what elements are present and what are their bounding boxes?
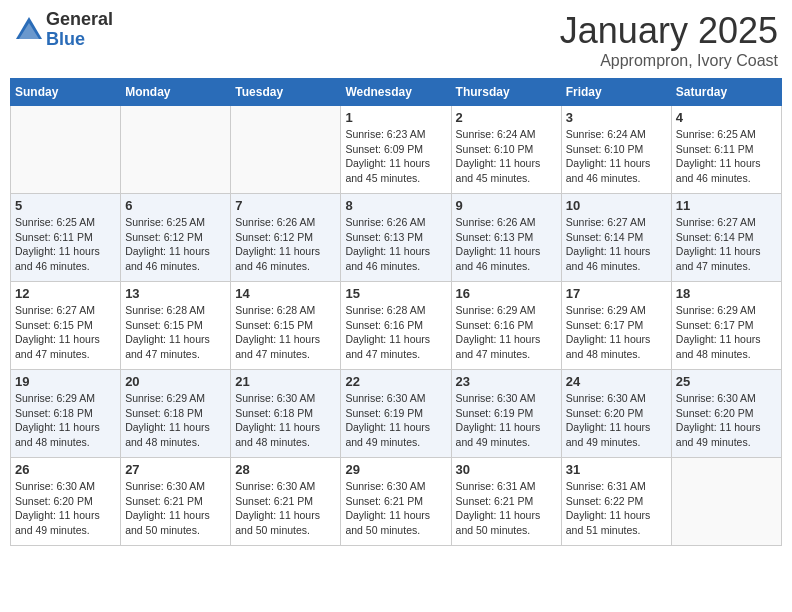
day-number: 4 xyxy=(676,110,777,125)
day-info: Sunrise: 6:31 AM Sunset: 6:21 PM Dayligh… xyxy=(456,479,557,538)
calendar-cell: 21Sunrise: 6:30 AM Sunset: 6:18 PM Dayli… xyxy=(231,370,341,458)
calendar-cell: 6Sunrise: 6:25 AM Sunset: 6:12 PM Daylig… xyxy=(121,194,231,282)
calendar-cell: 30Sunrise: 6:31 AM Sunset: 6:21 PM Dayli… xyxy=(451,458,561,546)
logo-text: General Blue xyxy=(46,10,113,50)
calendar-cell: 9Sunrise: 6:26 AM Sunset: 6:13 PM Daylig… xyxy=(451,194,561,282)
day-number: 29 xyxy=(345,462,446,477)
day-number: 17 xyxy=(566,286,667,301)
day-info: Sunrise: 6:28 AM Sunset: 6:16 PM Dayligh… xyxy=(345,303,446,362)
day-number: 1 xyxy=(345,110,446,125)
day-number: 22 xyxy=(345,374,446,389)
logo-general: General xyxy=(46,10,113,30)
day-info: Sunrise: 6:26 AM Sunset: 6:13 PM Dayligh… xyxy=(456,215,557,274)
day-number: 16 xyxy=(456,286,557,301)
day-number: 6 xyxy=(125,198,226,213)
calendar-cell: 29Sunrise: 6:30 AM Sunset: 6:21 PM Dayli… xyxy=(341,458,451,546)
calendar-cell: 18Sunrise: 6:29 AM Sunset: 6:17 PM Dayli… xyxy=(671,282,781,370)
day-info: Sunrise: 6:30 AM Sunset: 6:19 PM Dayligh… xyxy=(456,391,557,450)
day-number: 30 xyxy=(456,462,557,477)
calendar-cell: 19Sunrise: 6:29 AM Sunset: 6:18 PM Dayli… xyxy=(11,370,121,458)
day-info: Sunrise: 6:27 AM Sunset: 6:15 PM Dayligh… xyxy=(15,303,116,362)
calendar-table: SundayMondayTuesdayWednesdayThursdayFrid… xyxy=(10,78,782,546)
day-number: 27 xyxy=(125,462,226,477)
day-number: 9 xyxy=(456,198,557,213)
calendar-cell: 25Sunrise: 6:30 AM Sunset: 6:20 PM Dayli… xyxy=(671,370,781,458)
week-row-5: 26Sunrise: 6:30 AM Sunset: 6:20 PM Dayli… xyxy=(11,458,782,546)
day-info: Sunrise: 6:26 AM Sunset: 6:12 PM Dayligh… xyxy=(235,215,336,274)
day-number: 8 xyxy=(345,198,446,213)
calendar-cell: 14Sunrise: 6:28 AM Sunset: 6:15 PM Dayli… xyxy=(231,282,341,370)
calendar-cell: 17Sunrise: 6:29 AM Sunset: 6:17 PM Dayli… xyxy=(561,282,671,370)
day-number: 20 xyxy=(125,374,226,389)
header-tuesday: Tuesday xyxy=(231,79,341,106)
calendar-header-row: SundayMondayTuesdayWednesdayThursdayFrid… xyxy=(11,79,782,106)
header-wednesday: Wednesday xyxy=(341,79,451,106)
day-info: Sunrise: 6:29 AM Sunset: 6:16 PM Dayligh… xyxy=(456,303,557,362)
day-number: 14 xyxy=(235,286,336,301)
day-number: 18 xyxy=(676,286,777,301)
calendar-cell: 26Sunrise: 6:30 AM Sunset: 6:20 PM Dayli… xyxy=(11,458,121,546)
calendar-cell: 7Sunrise: 6:26 AM Sunset: 6:12 PM Daylig… xyxy=(231,194,341,282)
week-row-3: 12Sunrise: 6:27 AM Sunset: 6:15 PM Dayli… xyxy=(11,282,782,370)
day-number: 7 xyxy=(235,198,336,213)
calendar-cell: 23Sunrise: 6:30 AM Sunset: 6:19 PM Dayli… xyxy=(451,370,561,458)
day-number: 24 xyxy=(566,374,667,389)
logo: General Blue xyxy=(14,10,113,50)
week-row-1: 1Sunrise: 6:23 AM Sunset: 6:09 PM Daylig… xyxy=(11,106,782,194)
day-info: Sunrise: 6:23 AM Sunset: 6:09 PM Dayligh… xyxy=(345,127,446,186)
day-info: Sunrise: 6:24 AM Sunset: 6:10 PM Dayligh… xyxy=(566,127,667,186)
day-number: 23 xyxy=(456,374,557,389)
day-info: Sunrise: 6:29 AM Sunset: 6:18 PM Dayligh… xyxy=(125,391,226,450)
day-info: Sunrise: 6:30 AM Sunset: 6:18 PM Dayligh… xyxy=(235,391,336,450)
day-info: Sunrise: 6:30 AM Sunset: 6:19 PM Dayligh… xyxy=(345,391,446,450)
calendar-cell: 8Sunrise: 6:26 AM Sunset: 6:13 PM Daylig… xyxy=(341,194,451,282)
header-friday: Friday xyxy=(561,79,671,106)
day-number: 21 xyxy=(235,374,336,389)
calendar-cell: 10Sunrise: 6:27 AM Sunset: 6:14 PM Dayli… xyxy=(561,194,671,282)
day-info: Sunrise: 6:24 AM Sunset: 6:10 PM Dayligh… xyxy=(456,127,557,186)
week-row-2: 5Sunrise: 6:25 AM Sunset: 6:11 PM Daylig… xyxy=(11,194,782,282)
calendar-cell: 16Sunrise: 6:29 AM Sunset: 6:16 PM Dayli… xyxy=(451,282,561,370)
day-info: Sunrise: 6:29 AM Sunset: 6:18 PM Dayligh… xyxy=(15,391,116,450)
location-subtitle: Apprompron, Ivory Coast xyxy=(560,52,778,70)
calendar-cell xyxy=(671,458,781,546)
header-saturday: Saturday xyxy=(671,79,781,106)
day-info: Sunrise: 6:29 AM Sunset: 6:17 PM Dayligh… xyxy=(566,303,667,362)
header-thursday: Thursday xyxy=(451,79,561,106)
day-number: 15 xyxy=(345,286,446,301)
calendar-cell: 13Sunrise: 6:28 AM Sunset: 6:15 PM Dayli… xyxy=(121,282,231,370)
calendar-cell: 1Sunrise: 6:23 AM Sunset: 6:09 PM Daylig… xyxy=(341,106,451,194)
day-info: Sunrise: 6:30 AM Sunset: 6:21 PM Dayligh… xyxy=(125,479,226,538)
calendar-cell: 24Sunrise: 6:30 AM Sunset: 6:20 PM Dayli… xyxy=(561,370,671,458)
day-info: Sunrise: 6:25 AM Sunset: 6:12 PM Dayligh… xyxy=(125,215,226,274)
day-info: Sunrise: 6:29 AM Sunset: 6:17 PM Dayligh… xyxy=(676,303,777,362)
day-info: Sunrise: 6:28 AM Sunset: 6:15 PM Dayligh… xyxy=(235,303,336,362)
calendar-cell: 5Sunrise: 6:25 AM Sunset: 6:11 PM Daylig… xyxy=(11,194,121,282)
day-number: 26 xyxy=(15,462,116,477)
calendar-cell xyxy=(121,106,231,194)
day-info: Sunrise: 6:25 AM Sunset: 6:11 PM Dayligh… xyxy=(15,215,116,274)
calendar-cell: 28Sunrise: 6:30 AM Sunset: 6:21 PM Dayli… xyxy=(231,458,341,546)
week-row-4: 19Sunrise: 6:29 AM Sunset: 6:18 PM Dayli… xyxy=(11,370,782,458)
day-number: 10 xyxy=(566,198,667,213)
day-number: 25 xyxy=(676,374,777,389)
day-info: Sunrise: 6:30 AM Sunset: 6:20 PM Dayligh… xyxy=(676,391,777,450)
day-number: 12 xyxy=(15,286,116,301)
calendar-cell: 3Sunrise: 6:24 AM Sunset: 6:10 PM Daylig… xyxy=(561,106,671,194)
calendar-cell: 12Sunrise: 6:27 AM Sunset: 6:15 PM Dayli… xyxy=(11,282,121,370)
day-info: Sunrise: 6:30 AM Sunset: 6:20 PM Dayligh… xyxy=(15,479,116,538)
day-info: Sunrise: 6:30 AM Sunset: 6:21 PM Dayligh… xyxy=(345,479,446,538)
calendar-cell: 31Sunrise: 6:31 AM Sunset: 6:22 PM Dayli… xyxy=(561,458,671,546)
title-area: January 2025 Apprompron, Ivory Coast xyxy=(560,10,778,70)
calendar-cell: 22Sunrise: 6:30 AM Sunset: 6:19 PM Dayli… xyxy=(341,370,451,458)
header-monday: Monday xyxy=(121,79,231,106)
day-number: 19 xyxy=(15,374,116,389)
header-sunday: Sunday xyxy=(11,79,121,106)
calendar-cell: 27Sunrise: 6:30 AM Sunset: 6:21 PM Dayli… xyxy=(121,458,231,546)
day-info: Sunrise: 6:26 AM Sunset: 6:13 PM Dayligh… xyxy=(345,215,446,274)
calendar-cell: 4Sunrise: 6:25 AM Sunset: 6:11 PM Daylig… xyxy=(671,106,781,194)
calendar-cell: 15Sunrise: 6:28 AM Sunset: 6:16 PM Dayli… xyxy=(341,282,451,370)
calendar-cell: 11Sunrise: 6:27 AM Sunset: 6:14 PM Dayli… xyxy=(671,194,781,282)
day-info: Sunrise: 6:27 AM Sunset: 6:14 PM Dayligh… xyxy=(676,215,777,274)
calendar-cell: 2Sunrise: 6:24 AM Sunset: 6:10 PM Daylig… xyxy=(451,106,561,194)
